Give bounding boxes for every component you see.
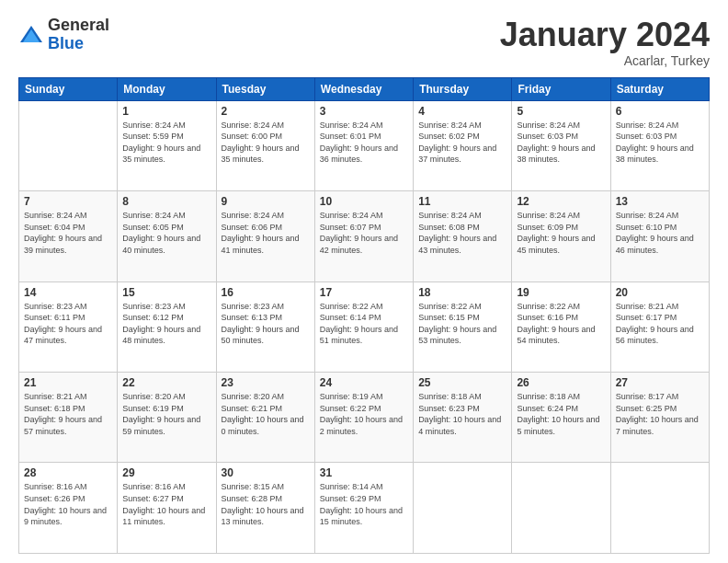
sunrise-text: Sunrise: 8:17 AM [616,391,704,403]
daylight-text: Daylight: 9 hours and 57 minutes. [24,414,112,437]
sunrise-text: Sunrise: 8:24 AM [418,120,506,132]
day-number: 2 [222,105,310,118]
daylight-text: Daylight: 10 hours and 13 minutes. [222,505,310,528]
sunrise-text: Sunrise: 8:16 AM [122,481,210,493]
sunrise-text: Sunrise: 8:24 AM [418,210,506,222]
daylight-text: Daylight: 9 hours and 38 minutes. [616,143,704,166]
header: General Blue January 2024 Acarlar, Turke… [18,17,710,68]
day-info: Sunrise: 8:21 AMSunset: 6:17 PMDaylight:… [616,301,704,347]
sunrise-text: Sunrise: 8:14 AM [320,481,408,493]
daylight-text: Daylight: 10 hours and 15 minutes. [320,505,408,528]
sunset-text: Sunset: 6:02 PM [418,131,506,143]
weekday-header-row: Sunday Monday Tuesday Wednesday Thursday… [19,77,710,100]
day-number: 11 [418,195,506,208]
calendar-cell: 25Sunrise: 8:18 AMSunset: 6:23 PMDayligh… [414,373,512,463]
calendar-cell: 1Sunrise: 8:24 AMSunset: 5:59 PMDaylight… [118,100,216,190]
calendar-table: Sunday Monday Tuesday Wednesday Thursday… [18,77,710,554]
daylight-text: Daylight: 9 hours and 40 minutes. [122,233,210,256]
daylight-text: Daylight: 9 hours and 45 minutes. [517,233,605,256]
sunrise-text: Sunrise: 8:24 AM [320,210,408,222]
sunrise-text: Sunrise: 8:24 AM [122,120,210,132]
sunset-text: Sunset: 6:03 PM [517,131,605,143]
daylight-text: Daylight: 9 hours and 42 minutes. [320,233,408,256]
day-info: Sunrise: 8:23 AMSunset: 6:13 PMDaylight:… [222,301,310,347]
day-info: Sunrise: 8:24 AMSunset: 6:02 PMDaylight:… [418,120,506,166]
day-info: Sunrise: 8:24 AMSunset: 6:04 PMDaylight:… [24,210,112,256]
calendar-cell: 7Sunrise: 8:24 AMSunset: 6:04 PMDaylight… [19,191,118,282]
day-number: 23 [222,376,310,389]
header-wednesday: Wednesday [314,77,413,100]
day-number: 18 [418,286,506,299]
daylight-text: Daylight: 9 hours and 38 minutes. [517,143,605,166]
sunrise-text: Sunrise: 8:24 AM [616,120,704,132]
daylight-text: Daylight: 9 hours and 43 minutes. [418,233,506,256]
sunset-text: Sunset: 6:29 PM [320,493,408,505]
day-info: Sunrise: 8:24 AMSunset: 6:06 PMDaylight:… [222,210,310,256]
day-number: 8 [122,195,210,208]
day-info: Sunrise: 8:24 AMSunset: 6:00 PMDaylight:… [222,120,310,166]
day-number: 4 [418,105,506,118]
sunset-text: Sunset: 6:21 PM [222,403,310,415]
header-sunday: Sunday [19,77,118,100]
daylight-text: Daylight: 9 hours and 59 minutes. [122,414,210,437]
sunset-text: Sunset: 6:25 PM [616,403,704,415]
daylight-text: Daylight: 9 hours and 36 minutes. [320,143,408,166]
calendar-cell: 20Sunrise: 8:21 AMSunset: 6:17 PMDayligh… [610,282,709,372]
day-number: 24 [320,376,408,389]
day-info: Sunrise: 8:15 AMSunset: 6:28 PMDaylight:… [222,481,310,527]
sunset-text: Sunset: 6:15 PM [418,312,506,324]
logo-icon [18,22,44,48]
daylight-text: Daylight: 9 hours and 41 minutes. [222,233,310,256]
day-info: Sunrise: 8:24 AMSunset: 6:03 PMDaylight:… [517,120,605,166]
sunset-text: Sunset: 6:01 PM [320,131,408,143]
daylight-text: Daylight: 10 hours and 9 minutes. [24,505,112,528]
daylight-text: Daylight: 9 hours and 35 minutes. [122,143,210,166]
calendar-cell: 2Sunrise: 8:24 AMSunset: 6:00 PMDaylight… [216,100,314,190]
calendar-cell: 31Sunrise: 8:14 AMSunset: 6:29 PMDayligh… [314,463,413,554]
calendar-cell: 17Sunrise: 8:22 AMSunset: 6:14 PMDayligh… [314,282,413,372]
day-info: Sunrise: 8:24 AMSunset: 6:08 PMDaylight:… [418,210,506,256]
sunrise-text: Sunrise: 8:21 AM [24,391,112,403]
day-number: 1 [122,105,210,118]
calendar-week-1: 7Sunrise: 8:24 AMSunset: 6:04 PMDaylight… [19,191,710,282]
daylight-text: Daylight: 10 hours and 0 minutes. [222,414,310,437]
daylight-text: Daylight: 9 hours and 47 minutes. [24,324,112,347]
calendar-cell: 14Sunrise: 8:23 AMSunset: 6:11 PMDayligh… [19,282,118,372]
logo: General Blue [18,17,109,53]
daylight-text: Daylight: 9 hours and 37 minutes. [418,143,506,166]
calendar-cell [512,463,610,554]
calendar-cell: 19Sunrise: 8:22 AMSunset: 6:16 PMDayligh… [512,282,610,372]
daylight-text: Daylight: 10 hours and 7 minutes. [616,414,704,437]
day-info: Sunrise: 8:24 AMSunset: 6:09 PMDaylight:… [517,210,605,256]
sunrise-text: Sunrise: 8:20 AM [222,391,310,403]
calendar-cell: 26Sunrise: 8:18 AMSunset: 6:24 PMDayligh… [512,373,610,463]
day-info: Sunrise: 8:14 AMSunset: 6:29 PMDaylight:… [320,481,408,527]
sunrise-text: Sunrise: 8:24 AM [222,120,310,132]
day-info: Sunrise: 8:23 AMSunset: 6:11 PMDaylight:… [24,301,112,347]
day-number: 9 [222,195,310,208]
day-info: Sunrise: 8:20 AMSunset: 6:21 PMDaylight:… [222,391,310,437]
calendar-week-2: 14Sunrise: 8:23 AMSunset: 6:11 PMDayligh… [19,282,710,372]
logo-blue-text: Blue [48,35,109,53]
sunrise-text: Sunrise: 8:24 AM [320,120,408,132]
sunset-text: Sunset: 6:22 PM [320,403,408,415]
sunrise-text: Sunrise: 8:23 AM [222,301,310,313]
header-saturday: Saturday [610,77,709,100]
sunset-text: Sunset: 6:00 PM [222,131,310,143]
location: Acarlar, Turkey [500,53,710,68]
daylight-text: Daylight: 9 hours and 48 minutes. [122,324,210,347]
sunset-text: Sunset: 6:28 PM [222,493,310,505]
sunrise-text: Sunrise: 8:24 AM [122,210,210,222]
calendar-cell: 3Sunrise: 8:24 AMSunset: 6:01 PMDaylight… [314,100,413,190]
daylight-text: Daylight: 9 hours and 46 minutes. [616,233,704,256]
logo-text: General Blue [48,17,109,53]
sunset-text: Sunset: 6:04 PM [24,222,112,234]
sunrise-text: Sunrise: 8:24 AM [24,210,112,222]
day-number: 21 [24,376,112,389]
sunrise-text: Sunrise: 8:20 AM [122,391,210,403]
calendar-cell: 10Sunrise: 8:24 AMSunset: 6:07 PMDayligh… [314,191,413,282]
day-info: Sunrise: 8:22 AMSunset: 6:16 PMDaylight:… [517,301,605,347]
day-info: Sunrise: 8:21 AMSunset: 6:18 PMDaylight:… [24,391,112,437]
day-number: 3 [320,105,408,118]
calendar-cell: 22Sunrise: 8:20 AMSunset: 6:19 PMDayligh… [118,373,216,463]
